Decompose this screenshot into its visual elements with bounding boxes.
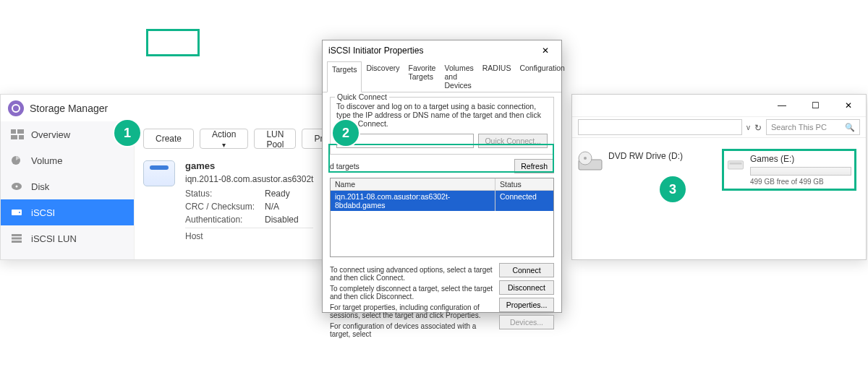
column-status: Status: [495, 178, 553, 190]
close-button[interactable]: ✕: [535, 46, 556, 56]
connect-button[interactable]: Connect: [499, 263, 554, 277]
search-input[interactable]: Search This PC 🔍: [766, 119, 860, 135]
crc-value: N/A: [265, 202, 279, 212]
tab-configuration[interactable]: Configuration: [515, 61, 569, 92]
storage-manager-sidebar: Overview Volume Disk iSCSI iSCSI LUN: [1, 121, 135, 259]
hard-drive-icon: [727, 154, 744, 174]
quick-connect-group-title: Quick Connect: [335, 92, 389, 101]
host-label: Host: [185, 228, 313, 241]
auth-value: Disabled: [265, 215, 299, 225]
refresh-button[interactable]: Refresh: [514, 159, 554, 173]
status-value: Ready: [265, 189, 290, 199]
storage-manager-logo-icon: [8, 100, 24, 116]
storage-manager-main: Create Action LUN Pool Pr games iqn.2011…: [135, 121, 325, 259]
sidebar-item-label: iSCSI: [31, 207, 55, 218]
devices-button[interactable]: Devices...: [499, 315, 554, 329]
iscsi-target-card[interactable]: games iqn.2011-08.com.asustor.as6302t St…: [143, 156, 325, 246]
storage-manager-title: Storage Manager: [30, 103, 108, 114]
quick-connect-group: Quick Connect To discover and log on to …: [330, 97, 554, 155]
sidebar-item-label: Disk: [31, 181, 49, 192]
svg-rect-10: [12, 238, 22, 240]
lun-pool-button[interactable]: LUN Pool: [254, 129, 296, 149]
tab-radius[interactable]: RADIUS: [478, 61, 516, 92]
step-badge-1: 1: [114, 120, 140, 146]
svg-rect-0: [11, 129, 16, 134]
minimize-button[interactable]: —: [766, 95, 798, 116]
drive-games-name: Games (E:): [750, 154, 851, 164]
explorer-body: DVD RW Drive (D:) Games (E:) 499 GB free…: [572, 138, 866, 194]
discovered-targets-label: d targets: [330, 162, 359, 170]
discovered-targets-header: d targets Refresh: [330, 159, 554, 173]
step-badge-3: 3: [660, 176, 686, 202]
drive-dvd[interactable]: DVD RW Drive (D:): [578, 151, 708, 189]
sidebar-item-iscsi[interactable]: iSCSI: [1, 199, 134, 225]
sidebar-item-label: Overview: [31, 129, 70, 140]
iscsi-tabs: Targets Discovery Favorite Targets Volum…: [323, 61, 561, 92]
help-devices: For configuration of devices associated …: [330, 322, 493, 338]
drive-capacity-bar: [750, 167, 851, 176]
svg-rect-15: [728, 161, 743, 169]
address-input[interactable]: [578, 119, 742, 135]
iscsi-initiator-dialog: iSCSI Initiator Properties ✕ Targets Dis…: [322, 40, 562, 313]
iscsi-dialog-titlebar: iSCSI Initiator Properties ✕: [323, 40, 561, 61]
maximize-button[interactable]: ☐: [799, 95, 831, 116]
create-button[interactable]: Create: [143, 129, 194, 149]
svg-rect-2: [11, 135, 17, 139]
help-properties: For target properties, including configu…: [330, 303, 493, 319]
crc-label: CRC / Checksum:: [185, 202, 265, 212]
address-dropdown-icon[interactable]: v: [746, 124, 750, 131]
target-drive-icon: [143, 160, 175, 186]
iscsi-dialog-title: iSCSI Initiator Properties: [328, 46, 423, 56]
tab-favorite-targets[interactable]: Favorite Targets: [404, 61, 441, 92]
target-row-selected[interactable]: iqn.2011-08.com.asustor:as6302t-8bdabd.g…: [331, 191, 553, 211]
storage-manager-titlebar: Storage Manager: [1, 95, 325, 121]
sidebar-item-label: Volume: [31, 155, 62, 166]
discovered-targets-table[interactable]: Name Status iqn.2011-08.com.asustor:as63…: [330, 178, 554, 257]
quick-connect-button[interactable]: Quick Connect...: [478, 134, 548, 148]
target-row-status: Connected: [495, 191, 553, 211]
svg-rect-3: [19, 135, 24, 139]
action-button[interactable]: Action: [200, 129, 248, 149]
drive-games-sub: 499 GB free of 499 GB: [750, 178, 851, 186]
svg-rect-1: [17, 129, 24, 134]
tab-targets[interactable]: Targets: [327, 61, 362, 92]
search-icon: 🔍: [845, 123, 855, 132]
svg-point-8: [19, 212, 20, 213]
properties-button[interactable]: Properties...: [499, 298, 554, 312]
tab-volumes-devices[interactable]: Volumes and Devices: [440, 61, 477, 92]
explorer-address-bar: v Search This PC 🔍: [572, 116, 866, 138]
target-name: games: [185, 160, 313, 171]
drive-games[interactable]: Games (E:) 499 GB free of 499 GB: [724, 151, 854, 189]
status-label: Status:: [185, 189, 265, 199]
drive-icon: [11, 207, 24, 217]
dashboard-icon: [11, 129, 24, 139]
optical-drive-icon: [578, 151, 603, 171]
target-iqn: iqn.2011-08.com.asustor.as6302t: [185, 174, 313, 184]
tab-discovery[interactable]: Discovery: [362, 61, 404, 92]
piechart-icon: [11, 155, 24, 165]
step-1-highlight: [146, 29, 200, 56]
sidebar-item-disk[interactable]: Disk: [1, 173, 134, 199]
column-name: Name: [331, 178, 495, 190]
help-connect: To connect using advanced options, selec…: [330, 266, 493, 282]
quick-connect-desc: To discover and log on to a target using…: [336, 102, 548, 128]
auth-label: Authentication:: [185, 215, 265, 225]
storage-manager-toolbar: Create Action LUN Pool Pr: [143, 129, 325, 156]
sidebar-item-label: iSCSI LUN: [31, 233, 77, 244]
help-disconnect: To completely disconnect a target, selec…: [330, 285, 493, 301]
explorer-window: — ☐ ✕ v Search This PC 🔍 DVD RW Drive (D…: [571, 94, 867, 260]
sidebar-item-iscsi-lun[interactable]: iSCSI LUN: [1, 225, 134, 251]
disk-icon: [11, 181, 24, 191]
storage-manager-window: Storage Manager Overview Volume Disk iSC…: [0, 94, 326, 260]
svg-rect-16: [730, 163, 742, 165]
svg-point-6: [16, 186, 18, 188]
svg-point-14: [584, 157, 587, 160]
refresh-icon[interactable]: [754, 121, 762, 134]
server-stack-icon: [11, 233, 24, 243]
target-row-name: iqn.2011-08.com.asustor:as6302t-8bdabd.g…: [331, 191, 495, 211]
svg-rect-9: [12, 234, 22, 236]
sidebar-item-volume[interactable]: Volume: [1, 147, 134, 173]
close-button[interactable]: ✕: [833, 95, 864, 116]
step-badge-2: 2: [333, 120, 359, 146]
disconnect-button[interactable]: Disconnect: [499, 280, 554, 295]
